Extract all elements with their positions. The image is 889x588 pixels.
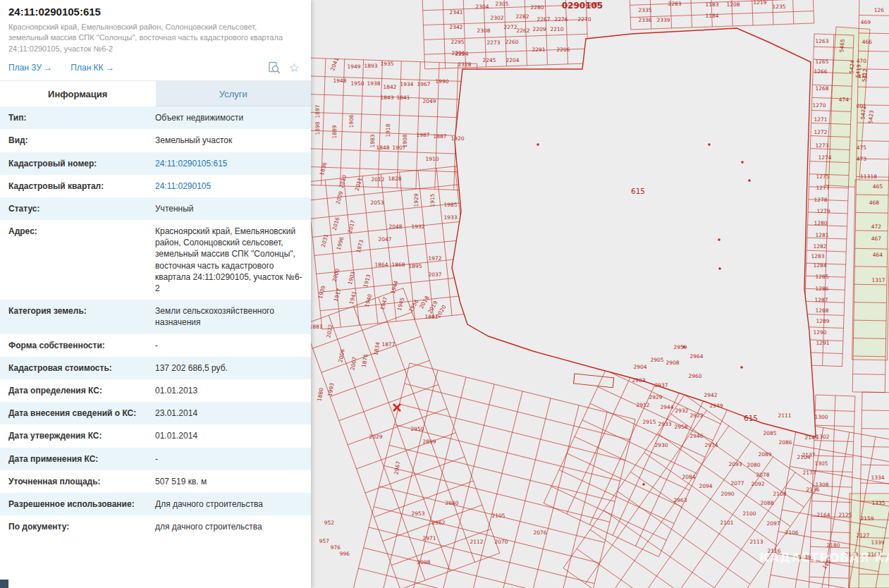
parcel-label[interactable]: 1265 (815, 59, 828, 65)
parcel-label[interactable]: 2302 (490, 15, 503, 21)
parcel-label[interactable]: 1842 (383, 84, 396, 90)
parcel-label[interactable]: 5423 (867, 110, 875, 124)
parcel-label[interactable]: 2912 (636, 402, 649, 408)
parcel-label[interactable]: 1300 (814, 414, 828, 420)
parcel-label[interactable]: 1278 (814, 197, 827, 203)
parcel-label[interactable]: 1868 (391, 262, 405, 268)
parcel-label[interactable]: 2929 (649, 394, 662, 400)
parcel-label[interactable]: 2950 (410, 426, 424, 432)
parcel-label[interactable]: 2108 (773, 491, 786, 497)
parcel-label[interactable]: 2078 (756, 472, 769, 478)
parcel-label[interactable]: 1935 (380, 61, 393, 67)
parcel-label[interactable]: 1910 (425, 156, 439, 162)
parcel-label[interactable]: 2080 (747, 462, 760, 468)
parcel-label[interactable]: 2953 (411, 510, 424, 517)
info-value-link[interactable]: 24:11:0290105:615 (155, 158, 228, 169)
parcel-label[interactable]: 1208 (726, 1, 740, 8)
favorite-star-icon[interactable]: ☆ (289, 62, 300, 74)
parcel-label[interactable]: 1287 (814, 297, 828, 303)
parcel-label[interactable]: 1279 (816, 208, 830, 214)
parcel-label[interactable]: 1289 (816, 318, 829, 324)
parcel-label[interactable]: 1184 (705, 13, 718, 19)
parcel-label[interactable]: 1967 (417, 81, 430, 87)
parcel-label[interactable]: 2086 (778, 439, 792, 446)
parcel-label[interactable]: 2204 (505, 57, 519, 63)
parcel-label[interactable]: 2949 (709, 403, 723, 409)
map-area[interactable]: 2341230423052302234223082272228222802295… (311, 0, 889, 588)
parcel-label[interactable]: 2245 (482, 57, 496, 63)
parcel-label[interactable]: 1972 (428, 255, 441, 262)
selected-parcel-label[interactable]: 615 (631, 187, 645, 195)
parcel-label[interactable]: 1286 (815, 286, 828, 292)
parcel-label[interactable]: 1283 (811, 253, 824, 259)
parcel-label[interactable]: 952 (324, 520, 335, 526)
parcel-label[interactable]: 2127 (856, 532, 869, 539)
parcel-label[interactable]: 2049 (422, 98, 436, 104)
parcel-label[interactable]: 2280 (530, 4, 544, 11)
parcel-label[interactable]: 1934 (400, 81, 413, 87)
parcel-label[interactable]: 5412 (861, 68, 869, 82)
parcel-label[interactable]: 2106 (785, 529, 798, 536)
parcel-label[interactable]: 464 (873, 252, 883, 258)
parcel-label[interactable]: 466 (862, 39, 873, 45)
parcel-label[interactable]: 2942 (704, 392, 717, 398)
zoom-to-object-icon[interactable] (268, 61, 281, 74)
parcel-label[interactable]: 2206 (556, 47, 570, 53)
parcel-label[interactable]: 1274 (818, 154, 831, 161)
parcel-label[interactable]: 1288 (815, 307, 828, 314)
selected-parcel-label[interactable]: 615 (744, 414, 758, 422)
parcel-label[interactable]: 1339 (871, 539, 884, 546)
parcel-label[interactable]: 2270 (577, 16, 591, 23)
parcel-label[interactable]: 2958 (674, 424, 687, 430)
parcel-label[interactable]: 2899 (422, 439, 436, 445)
parcel-label[interactable]: 1920 (450, 135, 464, 142)
parcel-label[interactable]: 2037 (428, 271, 441, 278)
parcel-label[interactable]: 1895 (408, 263, 422, 269)
parcel-label[interactable]: 2940 (445, 500, 458, 506)
parcel-label[interactable]: 1277 (816, 185, 829, 191)
parcel-label[interactable]: 1305 (814, 460, 828, 467)
parcel-label[interactable]: 467 (871, 235, 882, 242)
parcel-label[interactable]: 2342 (449, 24, 462, 30)
parcel-label[interactable]: 465 (873, 183, 883, 190)
parcel-label[interactable]: 2105 (491, 513, 505, 519)
parcel-label[interactable]: 1898 (314, 121, 321, 135)
parcel-label[interactable]: 1918 (385, 123, 391, 137)
parcel-label[interactable]: 1950 (350, 80, 364, 87)
parcel-label[interactable]: 1302 (816, 434, 829, 440)
parcel-label[interactable]: 2159 (860, 515, 873, 522)
parcel-label[interactable]: 1275 (816, 173, 829, 180)
parcel-label[interactable]: 2097 (766, 520, 780, 527)
parcel-label[interactable]: 2295 (450, 39, 464, 45)
parcel-label[interactable]: 1291 (816, 340, 829, 346)
parcel-label[interactable]: 2085 (763, 430, 776, 436)
parcel-label[interactable]: 2093 (728, 461, 742, 467)
parcel-label[interactable]: 2164 (816, 512, 830, 518)
parcel-label[interactable]: 2946 (689, 433, 703, 439)
info-value-link[interactable]: 24:11:0290105 (155, 180, 211, 192)
parcel-label[interactable]: 1334 (871, 474, 884, 481)
parcel-label[interactable]: 1983 (369, 134, 376, 147)
parcel-label[interactable]: 2111 (778, 412, 791, 419)
parcel-label[interactable]: 126 (874, 7, 885, 13)
parcel-label[interactable]: 2260 (505, 39, 518, 45)
parcel-label[interactable]: 2076 (533, 529, 546, 536)
parcel-label[interactable]: 2339 (656, 17, 670, 23)
parcel-label[interactable]: 2112 (470, 539, 483, 545)
parcel-label[interactable]: 1887 (433, 133, 446, 140)
parcel-label[interactable]: 2101 (720, 520, 733, 526)
parcel-label[interactable]: 5472 (859, 106, 867, 120)
parcel-label[interactable]: 1933 (443, 214, 457, 221)
parcel-label[interactable]: 1285 (815, 274, 828, 280)
parcel-label[interactable]: 2089 (758, 451, 771, 458)
parcel-label[interactable]: 1281 (815, 232, 828, 238)
parcel-label[interactable]: 2273 (486, 39, 500, 46)
parcel-label[interactable]: 474 (839, 97, 850, 103)
parcel-label[interactable]: 1948 (333, 78, 346, 84)
parcel-label[interactable]: 1290 (813, 329, 826, 336)
parcel-label[interactable]: 2963 (673, 497, 687, 503)
parcel-label[interactable]: 1219 (753, 0, 766, 6)
parcel-label[interactable]: 1985 (443, 202, 457, 208)
parcel-label[interactable]: 470 (857, 58, 867, 64)
parcel-label[interactable]: 1280 (814, 220, 827, 226)
